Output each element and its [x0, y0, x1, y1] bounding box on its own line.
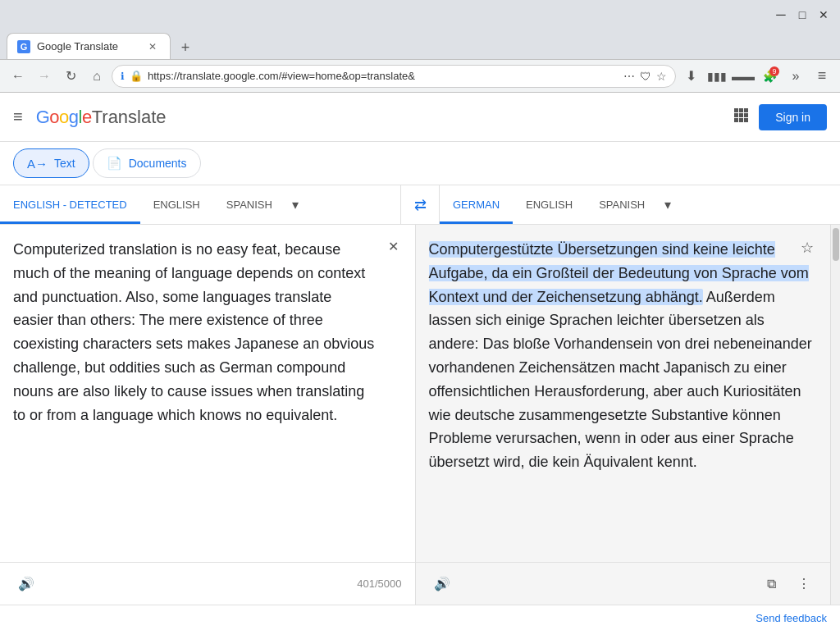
translate-logo-text: Translate [92, 107, 167, 128]
security-icon: ℹ [121, 71, 125, 82]
nav-bar: ← → ↻ ⌂ ℹ 🔒 https://translate.google.com… [0, 59, 840, 92]
source-sound-icon: 🔊 [18, 576, 34, 591]
target-lang-english[interactable]: ENGLISH [513, 185, 586, 224]
feedback-bar: Send feedback [0, 605, 840, 630]
text-tab-label: Text [54, 157, 75, 170]
mode-tabs: A→ Text 📄 Documents [0, 142, 840, 185]
target-text: Computergestützte Übersetzungen sind kei… [416, 225, 831, 562]
back-button[interactable]: ← [7, 65, 30, 88]
documents-tab-icon: 📄 [107, 156, 122, 171]
documents-tab-label: Documents [129, 157, 187, 170]
google-logo: Google [36, 107, 92, 128]
sign-in-button[interactable]: Sign in [759, 104, 827, 130]
new-tab-button[interactable]: + [174, 36, 197, 59]
reader-mode-icon[interactable]: ▬▬ [732, 65, 755, 88]
source-footer: 🔊 401/5000 [0, 562, 415, 605]
svg-rect-7 [739, 118, 743, 122]
bookmark-star-icon[interactable]: ☆ [656, 70, 667, 83]
apps-grid-icon[interactable] [733, 107, 749, 127]
source-panel: ✕ 🔊 401/5000 [0, 225, 416, 605]
more-tools-icon[interactable]: » [784, 65, 807, 88]
svg-rect-5 [744, 113, 748, 117]
text-mode-tab[interactable]: A→ Text [13, 148, 89, 178]
target-sound-icon: 🔊 [434, 576, 450, 591]
maximize-button[interactable]: □ [792, 5, 812, 25]
svg-rect-0 [734, 108, 738, 112]
star-icon: ☆ [801, 239, 814, 257]
nav-actions: ⬇ ▮▮▮ ▬▬ 🧩 9 » ≡ [679, 65, 833, 88]
copy-icon: ⧉ [767, 577, 776, 591]
swap-icon: ⇄ [414, 196, 427, 214]
char-count: 401/5000 [357, 578, 401, 590]
target-lang-more-icon[interactable]: ▾ [658, 185, 678, 224]
source-lang-spanish[interactable]: SPANISH [213, 185, 285, 224]
active-tab[interactable]: G Google Translate ✕ [7, 33, 171, 59]
svg-rect-1 [739, 108, 743, 112]
clear-icon: ✕ [388, 239, 399, 254]
hamburger-menu-icon[interactable]: ≡ [13, 107, 23, 126]
download-icon[interactable]: ⬇ [679, 65, 702, 88]
copy-button[interactable]: ⧉ [758, 571, 784, 597]
app-logo: Google Translate [36, 107, 167, 128]
more-options-button[interactable]: ⋮ [791, 571, 817, 597]
target-actions: ⧉ ⋮ [758, 571, 817, 597]
svg-rect-4 [739, 113, 743, 117]
home-button[interactable]: ⌂ [85, 65, 108, 88]
scrollbar-thumb[interactable] [833, 228, 839, 261]
lock-icon: 🔒 [130, 70, 143, 82]
window-controls: ─ □ ✕ [771, 5, 833, 25]
app-header: ≡ Google Translate [0, 93, 840, 142]
bookmarks-icon[interactable]: ▮▮▮ [705, 65, 728, 88]
google-translate-app: ≡ Google Translate [0, 93, 840, 630]
header-right: Sign in [733, 104, 827, 130]
address-bar[interactable]: ℹ 🔒 https://translate.google.com/#view=h… [112, 65, 676, 88]
minimize-button[interactable]: ─ [771, 5, 791, 25]
header-left: ≡ Google Translate [13, 107, 167, 128]
translation-panels: ✕ 🔊 401/5000 Computergestützte Übersetzu… [0, 225, 840, 605]
send-feedback-link[interactable]: Send feedback [756, 612, 827, 624]
title-bar: ─ □ ✕ [0, 0, 840, 30]
more-address-icon[interactable]: ⋯ [623, 70, 635, 83]
target-sound-button[interactable]: 🔊 [429, 571, 455, 597]
url-text: https://translate.google.com/#view=home&… [148, 70, 619, 82]
language-bar: ENGLISH - DETECTED ENGLISH SPANISH ▾ ⇄ G… [0, 185, 840, 225]
documents-mode-tab[interactable]: 📄 Documents [93, 148, 201, 178]
translated-text-after: Außerdem lassen sich einige Sprachen lei… [429, 289, 812, 471]
source-sound-button[interactable]: 🔊 [13, 571, 39, 597]
svg-rect-2 [744, 108, 748, 112]
menu-icon[interactable]: ≡ [810, 65, 833, 88]
tab-close-button[interactable]: ✕ [145, 39, 160, 54]
extensions-icon[interactable]: 🧩 9 [758, 65, 781, 88]
refresh-button[interactable]: ↻ [59, 65, 82, 88]
favorite-button[interactable]: ☆ [794, 235, 820, 261]
svg-rect-3 [734, 113, 738, 117]
svg-rect-8 [744, 118, 748, 122]
close-button[interactable]: ✕ [814, 5, 833, 25]
scrollbar[interactable] [830, 225, 840, 605]
target-panel: Computergestützte Übersetzungen sind kei… [416, 225, 831, 605]
target-lang-side: GERMAN ENGLISH SPANISH ▾ [440, 185, 840, 224]
source-lang-side: ENGLISH - DETECTED ENGLISH SPANISH ▾ [0, 185, 400, 224]
clear-source-button[interactable]: ✕ [382, 235, 405, 258]
source-lang-more-icon[interactable]: ▾ [285, 185, 305, 224]
tab-bar: G Google Translate ✕ + [0, 30, 840, 59]
target-footer: 🔊 ⧉ ⋮ [416, 562, 831, 605]
tab-favicon: G [17, 40, 30, 53]
source-lang-english[interactable]: ENGLISH [140, 185, 213, 224]
text-tab-icon: A→ [27, 157, 48, 171]
source-lang-english-detected[interactable]: ENGLISH - DETECTED [0, 185, 140, 224]
browser-chrome: ─ □ ✕ G Google Translate ✕ + ← → ↻ ⌂ ℹ 🔒… [0, 0, 840, 93]
shield-icon: 🛡 [640, 70, 651, 83]
swap-languages-button[interactable]: ⇄ [400, 185, 440, 224]
tab-title: Google Translate [37, 40, 139, 52]
more-options-icon: ⋮ [797, 576, 810, 591]
svg-rect-6 [734, 118, 738, 122]
source-textarea[interactable] [0, 225, 415, 562]
target-lang-german[interactable]: GERMAN [440, 185, 513, 224]
target-lang-spanish[interactable]: SPANISH [586, 185, 658, 224]
forward-button[interactable]: → [33, 65, 56, 88]
